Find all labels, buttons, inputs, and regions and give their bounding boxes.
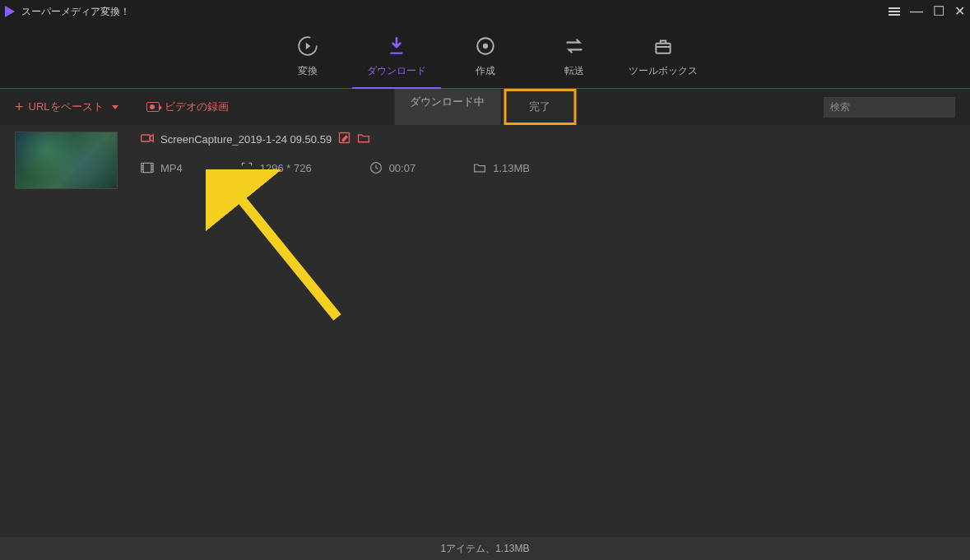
svg-rect-4	[142, 135, 150, 141]
record-label: ビデオの録画	[165, 100, 229, 114]
file-row[interactable]: ScreenCapture_2019-1-24 09.50.59 MP4 129…	[15, 132, 955, 189]
file-details: ScreenCapture_2019-1-24 09.50.59 MP4 129…	[141, 132, 955, 174]
plus-icon: +	[15, 100, 24, 114]
meta-duration: 00:07	[369, 161, 416, 174]
menu-icon[interactable]	[889, 7, 900, 16]
main-nav: 変換 ダウンロード 作成 転送 ツールボックス	[0, 23, 970, 89]
svg-line-8	[230, 186, 337, 317]
sub-toolbar: + URLをペースト ビデオの録画 ダウンロード中 完了 検索	[0, 89, 970, 125]
annotation-arrow	[206, 169, 354, 337]
paste-url-label: URLをペースト	[29, 100, 104, 114]
nav-label: ツールボックス	[629, 64, 698, 78]
file-name: ScreenCapture_2019-1-24 09.50.59	[160, 133, 332, 146]
app-logo-icon	[5, 6, 15, 17]
nav-label: 変換	[298, 64, 318, 78]
camera-icon	[146, 102, 160, 112]
nav-transfer[interactable]: 転送	[530, 35, 619, 88]
status-text: 1アイテム、1.13MB	[440, 542, 529, 556]
app-title: スーパーメディア変換！	[21, 5, 130, 19]
meta-size: 1.13MB	[473, 161, 530, 174]
transfer-icon	[563, 35, 586, 58]
download-icon	[385, 35, 408, 58]
chevron-down-icon	[112, 105, 118, 109]
download-subtabs: ダウンロード中 完了	[394, 89, 576, 125]
nav-label: 転送	[564, 64, 584, 78]
svg-rect-3	[656, 44, 670, 53]
close-button[interactable]: ✕	[954, 5, 965, 18]
edit-icon[interactable]	[338, 132, 350, 146]
status-bar: 1アイテム、1.13MB	[0, 537, 970, 560]
svg-point-2	[483, 44, 486, 48]
nav-label: 作成	[476, 64, 495, 78]
nav-create[interactable]: 作成	[441, 35, 530, 88]
content-area: ScreenCapture_2019-1-24 09.50.59 MP4 129…	[0, 125, 970, 553]
file-title-row: ScreenCapture_2019-1-24 09.50.59	[141, 132, 955, 146]
disc-icon	[474, 35, 497, 58]
record-button[interactable]: ビデオの録画	[146, 100, 229, 114]
format-value: MP4	[160, 162, 183, 174]
tab-downloading[interactable]: ダウンロード中	[394, 89, 500, 125]
toolbox-icon	[652, 35, 675, 58]
nav-label: ダウンロード	[367, 64, 426, 78]
duration-value: 00:07	[389, 162, 416, 174]
folder-icon[interactable]	[357, 132, 370, 146]
nav-download[interactable]: ダウンロード	[352, 35, 441, 88]
paste-url-button[interactable]: + URLをペースト	[15, 100, 118, 114]
camera-icon	[141, 133, 154, 146]
size-value: 1.13MB	[493, 162, 530, 174]
maximize-button[interactable]: ☐	[933, 5, 944, 18]
minimize-button[interactable]: —	[910, 5, 923, 18]
nav-convert[interactable]: 変換	[263, 35, 352, 88]
window-controls: — ☐ ✕	[889, 5, 965, 18]
video-thumbnail[interactable]	[15, 132, 118, 189]
title-bar: スーパーメディア変換！ — ☐ ✕	[0, 0, 970, 23]
search-input[interactable]: 検索	[824, 97, 955, 118]
convert-icon	[296, 35, 319, 58]
meta-format: MP4	[141, 161, 183, 174]
tab-complete[interactable]: 完了	[504, 89, 576, 125]
nav-toolbox[interactable]: ツールボックス	[619, 35, 708, 88]
